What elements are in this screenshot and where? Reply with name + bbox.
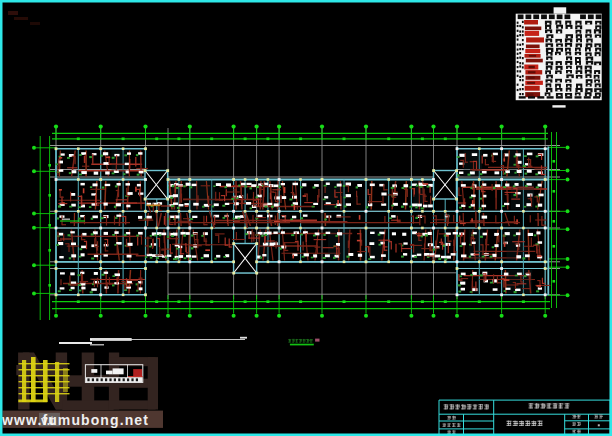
svg-text:www.fumubong.net: www.fumubong.net [1,412,149,428]
svg-text:v.t: v.t [41,414,54,428]
